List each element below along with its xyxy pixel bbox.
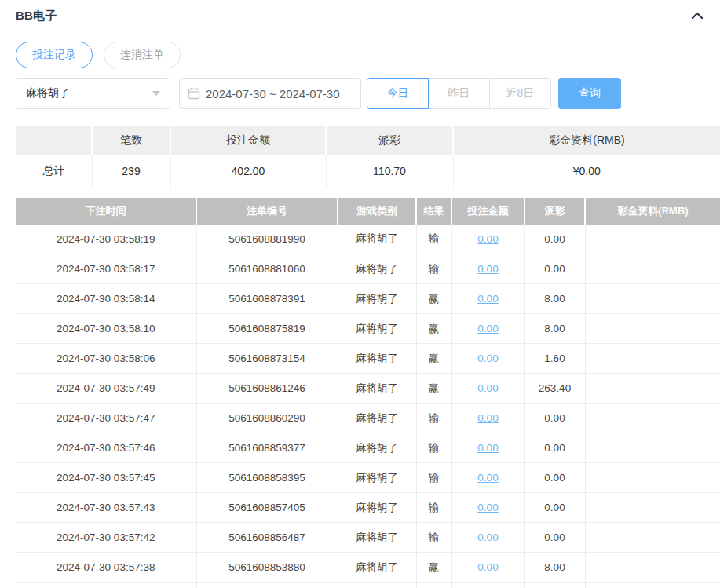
cell-bet-time: 2024-07-30 03:57:45 (16, 463, 196, 493)
cell-result: 输 (416, 463, 451, 493)
bet-amount-link[interactable]: 0.00 (477, 352, 498, 364)
cell-bet-amount: 0.00 (451, 463, 524, 493)
cell-payout: 0.00 (524, 404, 585, 433)
cell-bonus (585, 553, 720, 583)
cell-payout: 263.40 (524, 374, 585, 404)
records-header-bonus: 彩金资料(RMB) (585, 198, 720, 225)
cell-order-no: 5061608859377 (196, 433, 338, 463)
tab-betting-records[interactable]: 投注记录 (16, 42, 93, 68)
date-range-value: 2024-07-30 ~ 2024-07-30 (206, 87, 340, 100)
cell-order-no: 5061608861246 (196, 374, 338, 404)
cell-payout: 8.00 (524, 284, 585, 314)
cell-bonus (585, 404, 720, 433)
bet-amount-link[interactable]: 0.00 (477, 472, 498, 484)
filter-bar: 麻将胡了 2024-07-30 ~ 2024-07-30 今日 昨日 近8日 查… (16, 78, 720, 109)
yesterday-button[interactable]: 昨日 (428, 78, 490, 109)
cell-order-no: 5061608860290 (196, 404, 338, 433)
summary-header-bet-amount: 投注金额 (170, 126, 326, 155)
cell-result: 输 (416, 523, 451, 553)
game-select-value: 麻将胡了 (26, 86, 70, 100)
summary-total-count: 239 (92, 155, 170, 188)
cell-result: 赢 (416, 374, 451, 404)
bet-amount-link[interactable]: 0.00 (477, 561, 498, 573)
table-row: 2024-07-30 03:57:43 5061608857405 麻将胡了 输… (16, 493, 720, 523)
cell-order-no: 5061608856487 (196, 523, 338, 553)
cell-bet-time: 2024-07-30 03:57:46 (16, 433, 196, 463)
cell-game-type: 麻将胡了 (338, 254, 416, 284)
records-header-time: 下注时间 (16, 198, 196, 225)
cell-order-no: 5061608873154 (196, 344, 338, 374)
bet-amount-link[interactable]: 0.00 (477, 382, 498, 394)
cell-bet-amount: 0.00 (451, 314, 524, 344)
table-row: 2024-07-30 03:58:10 5061608875819 麻将胡了 赢… (16, 314, 720, 344)
cell-bonus (585, 344, 720, 374)
cell-game-type: 麻将胡了 (338, 523, 416, 553)
calendar-icon (188, 87, 200, 100)
bet-amount-link[interactable]: 0.00 (477, 502, 498, 513)
cell-bet-amount: 0.00 (451, 433, 524, 463)
cell-bet-time: 2024-07-30 03:57:49 (16, 374, 196, 404)
table-row: 2024-07-30 03:57:38 5061608853880 麻将胡了 赢… (16, 553, 720, 583)
records-table-body: 2024-07-30 03:58:19 5061608881990 麻将胡了 输… (16, 225, 720, 583)
bet-amount-link[interactable]: 0.00 (477, 531, 498, 543)
cell-game-type: 麻将胡了 (338, 374, 416, 404)
cell-result: 输 (416, 254, 451, 284)
cell-game-type: 麻将胡了 (338, 225, 416, 254)
records-header-payout: 派彩 (524, 198, 585, 225)
cell-result: 输 (416, 225, 451, 254)
cell-payout: 1.60 (524, 344, 585, 374)
cell-payout: 8.00 (524, 553, 585, 583)
cell-game-type: 麻将胡了 (338, 344, 416, 374)
records-table: 下注时间 注单编号 游戏类别 结果 投注金额 派彩 彩金资料(RMB) 2024… (16, 198, 720, 588)
collapse-panel-button[interactable] (689, 7, 706, 24)
summary-header-bonus: 彩金资料(RMB) (453, 126, 720, 155)
cell-game-type: 麻将胡了 (338, 404, 416, 433)
table-row-partial (16, 583, 720, 588)
cell-game-type: 麻将胡了 (338, 433, 416, 463)
cell-result: 输 (416, 404, 451, 433)
cell-order-no: 5061608881060 (196, 254, 338, 284)
records-header-row: 下注时间 注单编号 游戏类别 结果 投注金额 派彩 彩金资料(RMB) (16, 198, 720, 225)
tab-cancelled-orders[interactable]: 连消注单 (104, 42, 181, 68)
chevron-up-icon (691, 12, 704, 20)
bet-amount-link[interactable]: 0.00 (477, 233, 498, 245)
bet-amount-link[interactable]: 0.00 (477, 263, 498, 275)
last-8-days-button[interactable]: 近8日 (489, 78, 551, 109)
cell-bet-time: 2024-07-30 03:58:10 (16, 314, 196, 344)
cell-bonus (585, 284, 720, 314)
cell-game-type: 麻将胡了 (338, 493, 416, 523)
table-row: 2024-07-30 03:57:42 5061608856487 麻将胡了 输… (16, 523, 720, 553)
cell-order-no: 5061608857405 (196, 493, 338, 523)
bet-amount-link[interactable]: 0.00 (477, 412, 498, 424)
cell-payout: 0.00 (524, 254, 585, 284)
cell-payout: 0.00 (524, 463, 585, 493)
bet-amount-link[interactable]: 0.00 (477, 442, 498, 454)
game-select[interactable]: 麻将胡了 (16, 78, 170, 109)
cell-order-no: 5061608853880 (196, 553, 338, 583)
cell-bonus (585, 433, 720, 463)
bet-amount-link[interactable]: 0.00 (477, 323, 498, 334)
cell-bonus (585, 463, 720, 493)
cell-order-no: 5061608875819 (196, 314, 338, 344)
table-row: 2024-07-30 03:58:17 5061608881060 麻将胡了 输… (16, 254, 720, 284)
panel-header: BB电子 (0, 0, 720, 24)
cell-bet-amount: 0.00 (451, 225, 524, 254)
cell-bet-time: 2024-07-30 03:58:17 (16, 254, 196, 284)
cell-result: 输 (416, 493, 451, 523)
today-button[interactable]: 今日 (367, 78, 429, 109)
table-row: 2024-07-30 03:57:46 5061608859377 麻将胡了 输… (16, 433, 720, 463)
cell-game-type: 麻将胡了 (338, 284, 416, 314)
summary-header-payout: 派彩 (326, 126, 453, 155)
cell-bet-time: 2024-07-30 03:58:06 (16, 344, 196, 374)
search-button[interactable]: 查询 (558, 78, 621, 109)
summary-total-row: 总计 239 402.00 110.70 ¥0.00 (16, 155, 720, 188)
cell-order-no: 5061608858395 (196, 463, 338, 493)
bet-amount-link[interactable]: 0.00 (477, 293, 498, 305)
cell-payout: 0.00 (524, 433, 585, 463)
summary-total-bonus: ¥0.00 (453, 155, 720, 188)
table-row: 2024-07-30 03:57:49 5061608861246 麻将胡了 赢… (16, 374, 720, 404)
tab-label: 投注记录 (32, 48, 76, 62)
cell-bet-time: 2024-07-30 03:57:43 (16, 493, 196, 523)
date-range-input[interactable]: 2024-07-30 ~ 2024-07-30 (179, 78, 361, 109)
table-row: 2024-07-30 03:58:19 5061608881990 麻将胡了 输… (16, 225, 720, 254)
